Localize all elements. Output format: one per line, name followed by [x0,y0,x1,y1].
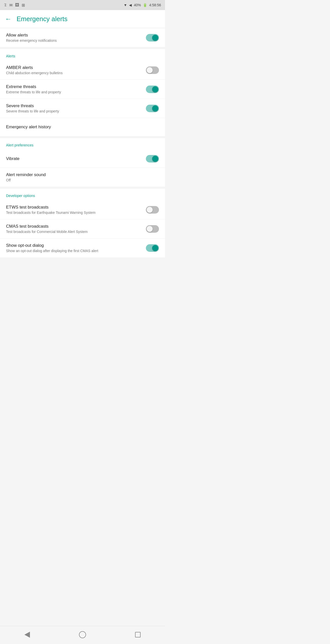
toggle-thumb [152,86,158,92]
toggle-thumb [152,156,158,162]
toggle-severe-threats[interactable] [146,105,159,112]
toggle-thumb [152,35,158,41]
status-bar: 𝔗 ✉ 🖼 ⊞ ▼ ◀ 40% 🔋 4:58:56 [0,0,165,10]
clock: 4:58:56 [149,3,161,7]
section-developer-options: Developer options ETWS test broadcasts T… [0,189,165,257]
mail-icon: ✉ [9,3,13,8]
setting-subtitle-extreme-threats: Extreme threats to life and property [6,90,142,94]
section-header-alert-preferences: Alert preferences [0,138,165,150]
setting-subtitle-show-opt-out-dialog: Show an opt-out dialog after displaying … [6,249,142,253]
setting-subtitle-cmas-test-broadcasts: Test broadcasts for Commercial Mobile Al… [6,230,142,234]
section-alerts: Alerts AMBER alerts Child abduction emer… [0,49,165,136]
android-icon: ⊞ [22,3,25,8]
section-alert-preferences: Alert preferences Vibrate Alert reminder… [0,138,165,187]
setting-subtitle-amber-alerts: Child abduction emergency bulletins [6,71,142,75]
setting-row-etws-test-broadcasts[interactable]: ETWS test broadcasts Test broadcasts for… [0,200,165,219]
toggle-extreme-threats[interactable] [146,86,159,93]
status-bar-right: ▼ ◀ 40% 🔋 4:58:56 [123,3,161,7]
toggle-show-opt-out-dialog[interactable] [146,244,159,252]
toggle-thumb [147,207,153,213]
setting-title-show-opt-out-dialog: Show opt-out dialog [6,243,142,248]
setting-title-alert-reminder-sound: Alert reminder sound [6,172,155,177]
toggle-cmas-test-broadcasts[interactable] [146,225,159,233]
toggle-vibrate[interactable] [146,155,159,163]
setting-row-vibrate[interactable]: Vibrate [0,150,165,168]
setting-value-alert-reminder-sound: Off [6,178,155,182]
settings-content: Allow alerts Receive emergency notificat… [0,28,165,279]
setting-title-extreme-threats: Extreme threats [6,84,142,89]
setting-subtitle-allow-alerts: Receive emergency notifications [6,38,142,43]
back-button[interactable]: ← [5,15,12,23]
setting-title-vibrate: Vibrate [6,156,142,161]
setting-row-amber-alerts[interactable]: AMBER alerts Child abduction emergency b… [0,61,165,80]
status-bar-left: 𝔗 ✉ 🖼 ⊞ [4,3,25,8]
toggle-etws-test-broadcasts[interactable] [146,206,159,214]
toggle-thumb [147,67,153,73]
setting-title-amber-alerts: AMBER alerts [6,65,142,70]
setting-subtitle-etws-test-broadcasts: Test broadcasts for Earthquake Tsunami W… [6,211,142,215]
signal-icon: ◀ [129,3,132,7]
setting-title-cmas-test-broadcasts: CMAS test broadcasts [6,224,142,229]
toggle-allow-alerts[interactable] [146,34,159,42]
nyt-icon: 𝔗 [4,3,7,7]
setting-subtitle-severe-threats: Severe threats to life and property [6,109,142,113]
section-header-developer-options: Developer options [0,189,165,200]
image-icon: 🖼 [15,3,19,7]
setting-title-allow-alerts: Allow alerts [6,33,142,38]
toggle-thumb [152,105,158,111]
section-main: Allow alerts Receive emergency notificat… [0,28,165,47]
setting-row-allow-alerts[interactable]: Allow alerts Receive emergency notificat… [0,28,165,47]
setting-row-show-opt-out-dialog[interactable]: Show opt-out dialog Show an opt-out dial… [0,238,165,257]
toggle-amber-alerts[interactable] [146,66,159,74]
page-title: Emergency alerts [17,15,67,23]
wifi-icon: ▼ [123,3,127,7]
setting-row-alert-reminder-sound[interactable]: Alert reminder sound Off [0,168,165,187]
setting-title-etws-test-broadcasts: ETWS test broadcasts [6,205,142,210]
setting-title-severe-threats: Severe threats [6,103,142,108]
setting-title-alert-history: Emergency alert history [6,125,155,130]
setting-row-severe-threats[interactable]: Severe threats Severe threats to life an… [0,99,165,118]
toggle-thumb [152,245,158,251]
battery-icon: 🔋 [143,3,147,7]
app-bar: ← Emergency alerts [0,10,165,28]
battery-level: 40% [134,3,141,7]
toggle-thumb [147,226,153,232]
setting-row-extreme-threats[interactable]: Extreme threats Extreme threats to life … [0,80,165,99]
setting-row-alert-history[interactable]: Emergency alert history [0,118,165,136]
setting-row-cmas-test-broadcasts[interactable]: CMAS test broadcasts Test broadcasts for… [0,219,165,238]
section-header-alerts: Alerts [0,49,165,61]
